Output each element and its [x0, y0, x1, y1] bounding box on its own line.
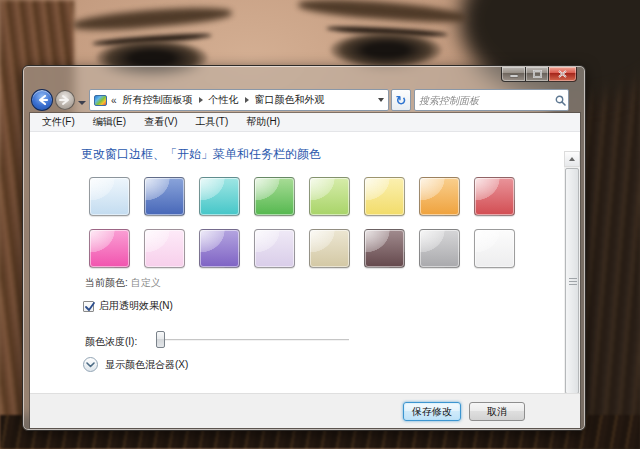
cancel-button[interactable]: 取消 — [469, 402, 525, 421]
color-mixer-expander[interactable]: 显示颜色混合器(X) — [83, 357, 188, 372]
search-box — [414, 89, 569, 111]
color-mixer-label: 显示颜色混合器(X) — [105, 358, 188, 372]
breadcrumb-prefix: « — [111, 95, 117, 106]
color-swatch-sea[interactable] — [199, 177, 240, 216]
menu-item[interactable]: 工具(T) — [186, 115, 237, 129]
chevron-down-icon[interactable] — [83, 357, 98, 372]
color-swatch-leaf[interactable] — [254, 177, 295, 216]
color-swatch-ruby[interactable] — [474, 177, 515, 216]
back-button[interactable] — [31, 89, 53, 111]
intensity-row: 颜色浓度(I): — [85, 331, 505, 351]
arrow-left-icon — [32, 90, 52, 110]
client-area: 文件(F)编辑(E)查看(V)工具(T)帮助(H) 更改窗口边框、「开始」菜单和… — [30, 113, 580, 428]
page-title: 更改窗口边框、「开始」菜单和任务栏的颜色 — [81, 146, 321, 163]
intensity-slider-track[interactable] — [161, 339, 349, 341]
minimize-button[interactable] — [501, 67, 525, 82]
current-color-value: 自定义 — [131, 277, 161, 288]
transparency-checkbox[interactable] — [83, 301, 94, 312]
address-bar[interactable]: « 所有控制面板项个性化窗口颜色和外观 — [89, 89, 389, 111]
color-swatch-slate[interactable] — [419, 229, 460, 268]
refresh-button[interactable]: ↻ — [391, 89, 411, 111]
forward-button[interactable] — [55, 90, 75, 110]
breadcrumb-item[interactable]: 窗口颜色和外观 — [253, 93, 327, 107]
history-dropdown-arrow[interactable] — [78, 91, 86, 109]
transparency-label: 启用透明效果(N) — [99, 299, 173, 313]
caption-buttons — [501, 67, 577, 82]
search-input[interactable] — [415, 91, 555, 109]
window-color-appearance-window: « 所有控制面板项个性化窗口颜色和外观 ↻ 文件(F)编辑(E)查看(V)工具(… — [22, 65, 586, 431]
save-changes-button[interactable]: 保存修改 — [403, 402, 461, 421]
photo-eye-right — [330, 32, 442, 68]
color-swatch-taupe[interactable] — [309, 229, 350, 268]
close-icon — [558, 70, 567, 78]
menu-item[interactable]: 编辑(E) — [84, 115, 135, 129]
maximize-icon — [533, 70, 542, 78]
color-swatch-grid — [89, 177, 529, 268]
color-swatch-lavender[interactable] — [254, 229, 295, 268]
refresh-icon: ↻ — [396, 94, 407, 107]
scrollbar-thumb[interactable] — [565, 168, 579, 394]
breadcrumb-separator-icon — [199, 97, 203, 103]
breadcrumb-item[interactable]: 个性化 — [207, 93, 241, 107]
color-swatch-violet[interactable] — [199, 229, 240, 268]
personalization-icon — [94, 95, 107, 106]
scrollbar-grip — [569, 281, 577, 282]
current-color-line: 当前颜色:自定义 — [85, 276, 161, 290]
checkmark-icon — [84, 301, 97, 314]
close-button[interactable] — [549, 67, 577, 82]
color-swatch-frost[interactable] — [474, 229, 515, 268]
search-icon — [555, 95, 566, 106]
maximize-button[interactable] — [525, 67, 549, 82]
color-swatch-twilight[interactable] — [144, 177, 185, 216]
content-area: 更改窗口边框、「开始」菜单和任务栏的颜色 当前颜色:自定义 启用透明效果(N) … — [30, 132, 580, 393]
color-swatch-chocolate[interactable] — [364, 229, 405, 268]
vertical-scrollbar[interactable] — [564, 151, 580, 412]
navigation-toolbar: « 所有控制面板项个性化窗口颜色和外观 ↻ — [30, 87, 580, 113]
menu-item[interactable]: 查看(V) — [135, 115, 186, 129]
breadcrumb-item[interactable]: 所有控制面板项 — [121, 93, 195, 107]
current-color-label: 当前颜色: — [85, 277, 128, 288]
arrow-right-icon — [56, 91, 74, 109]
scrollbar-up-button[interactable] — [564, 151, 580, 167]
transparency-row: 启用透明效果(N) — [83, 299, 173, 313]
color-swatch-lime[interactable] — [309, 177, 350, 216]
address-dropdown-arrow[interactable] — [373, 98, 388, 102]
color-swatch-sun[interactable] — [364, 177, 405, 216]
minimize-icon — [510, 71, 518, 78]
color-swatch-sky[interactable] — [89, 177, 130, 216]
breadcrumb-separator-icon — [245, 97, 249, 103]
scroll-up-icon — [569, 157, 575, 161]
menu-item[interactable]: 文件(F) — [33, 115, 84, 129]
footer-bar: 保存修改 取消 — [30, 393, 580, 428]
color-swatch-blush[interactable] — [144, 229, 185, 268]
breadcrumb: 所有控制面板项个性化窗口颜色和外观 — [121, 93, 327, 107]
color-swatch-pumpkin[interactable] — [419, 177, 460, 216]
menu-item[interactable]: 帮助(H) — [237, 115, 289, 129]
color-swatch-fuchsia[interactable] — [89, 229, 130, 268]
intensity-slider-thumb[interactable] — [156, 331, 165, 348]
menu-bar: 文件(F)编辑(E)查看(V)工具(T)帮助(H) — [30, 113, 580, 132]
intensity-label: 颜色浓度(I): — [85, 335, 137, 349]
